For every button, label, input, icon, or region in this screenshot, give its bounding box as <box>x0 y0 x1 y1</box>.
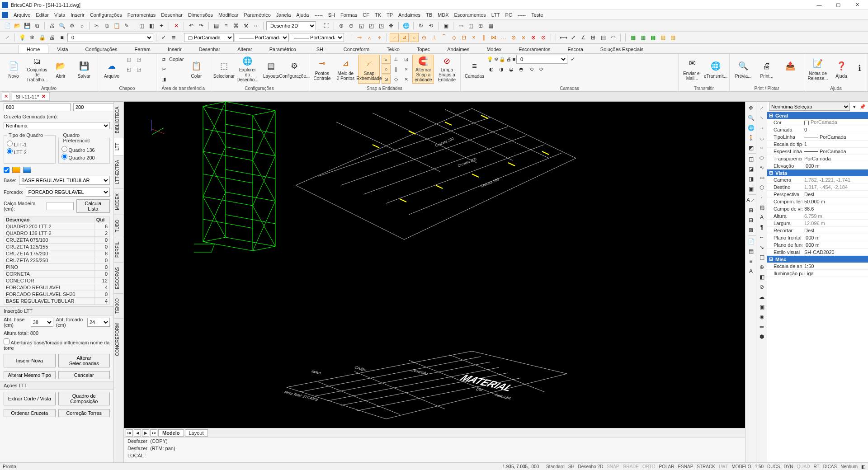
dim-ang-icon[interactable]: ∠ <box>579 33 588 42</box>
qat-print-icon[interactable]: 🖨 <box>47 21 57 30</box>
tab-modelo[interactable]: Modelo <box>158 429 184 437</box>
dim-align-icon[interactable]: ⤢ <box>569 33 578 42</box>
dim-base-icon[interactable]: ▤ <box>599 33 608 42</box>
btn-cancelar[interactable]: Cancelar <box>58 371 110 379</box>
chapoo-sm3-icon[interactable]: ◰ <box>124 65 133 74</box>
props-row[interactable]: RecortarDesl <box>767 227 868 234</box>
radio-ltt2[interactable]: LTT-2 <box>7 148 52 155</box>
qat-paste-icon[interactable]: 📋 <box>112 21 121 30</box>
draw-wipe-icon[interactable]: ⊘ <box>757 282 766 291</box>
status-orto[interactable]: ORTO <box>642 464 656 469</box>
qat-match-icon[interactable]: ✎ <box>122 21 131 30</box>
qat-cut-icon[interactable]: ✂ <box>92 21 101 30</box>
qat-refedit-icon[interactable]: ✦ <box>157 21 166 30</box>
lineweight-combo[interactable]: ——— PorCamada <box>290 33 344 42</box>
props-cat-vista[interactable]: ⊟Vista <box>767 169 868 176</box>
chapoo-sm4-icon[interactable]: ◲ <box>134 65 143 74</box>
ribbon-layers-button[interactable]: ≡Camadas <box>463 55 485 84</box>
layer-ok-icon[interactable]: ✓ <box>568 55 577 64</box>
ribbon-open-button[interactable]: 📂Abrir <box>50 55 71 84</box>
draw-mtext-icon[interactable]: ¶ <box>757 223 766 232</box>
table-row[interactable]: QUADRO 136 LTT-22 <box>4 230 110 237</box>
dim-lin-icon[interactable]: ⟷ <box>559 33 568 42</box>
regen-icon[interactable]: ↻ <box>416 21 425 30</box>
ribbon-tab-alterar[interactable]: Alterar <box>229 45 260 53</box>
menu-ltt[interactable]: LTT <box>489 11 503 19</box>
draw-3dp-icon[interactable]: ⬢ <box>757 332 766 341</box>
draw-rect-icon[interactable]: ▭ <box>757 173 766 182</box>
ribbon-layouts-button[interactable]: ▤Layouts <box>260 55 282 84</box>
draw-line-icon[interactable]: ⟋ <box>757 103 766 113</box>
vp-2-icon[interactable]: ◫ <box>466 21 475 30</box>
layer-iso-icon[interactable]: ⟋ <box>3 33 12 42</box>
ribbon-snap-toggle-button[interactable]: 🧲Alternar Snap a entidade <box>412 55 434 84</box>
table-row[interactable]: FORCADO REGULAVEL SH200 <box>4 291 110 298</box>
snap-sm8[interactable]: ◇ <box>392 75 401 84</box>
draw-sf-icon[interactable]: 📄 <box>746 237 755 246</box>
qat-explorer-icon[interactable]: ⌘ <box>231 21 241 30</box>
ribbon-tab-home[interactable]: Home <box>18 45 48 53</box>
qat-save-icon[interactable]: 💾 <box>23 21 32 30</box>
status-1-50[interactable]: 1:50 <box>755 464 764 469</box>
snap-sm2[interactable]: ⊥ <box>392 55 401 64</box>
draw-dim-icon[interactable]: ↔ <box>757 233 766 242</box>
close-button[interactable]: ✕ <box>848 0 866 9</box>
table-row[interactable]: BASE REGULAVEL TUBULAR4 <box>4 298 110 305</box>
ribbon-settings-button[interactable]: ⚙Configuraçõe... <box>283 55 305 84</box>
lyr-b-icon[interactable]: ◑ <box>497 65 506 74</box>
snap-quad-icon[interactable]: ◇ <box>449 33 458 42</box>
vis-hide-icon[interactable]: ◪ <box>746 164 755 174</box>
layer-print-icon[interactable]: 🖨 <box>47 33 57 42</box>
snap-par-icon[interactable]: ∥ <box>479 33 488 42</box>
side-tab-concreform[interactable]: CONCREFORM <box>114 318 123 361</box>
ribbon-tab-vista[interactable]: Vista <box>48 45 76 53</box>
command-area[interactable]: Desfazer: (COPY) Desfazer: (RTM: pan) LO… <box>124 437 745 462</box>
table-row[interactable]: CONECTOR12 <box>4 277 110 284</box>
radio-ltt1[interactable]: LTT-1 <box>7 141 52 147</box>
layout-first-icon[interactable]: ⏮ <box>126 429 133 437</box>
tab-layout[interactable]: Layout <box>185 429 208 437</box>
props-row[interactable]: Plano frontal.000 m <box>767 234 868 241</box>
menu-janela[interactable]: Janela <box>274 11 293 19</box>
ribbon-etransmit-button[interactable]: 🌐eTransmit... <box>705 55 726 84</box>
ribbon-save-button[interactable]: 💾Salvar <box>73 55 95 84</box>
snap-sm9[interactable]: ⨯ <box>401 75 410 84</box>
workspace-combo[interactable]: Desenho 2D <box>266 21 316 30</box>
menu-tk[interactable]: TK <box>372 11 384 19</box>
btn-extrair-corte[interactable]: Extrair Corte / Vista <box>4 392 56 405</box>
layer-state-icon[interactable]: 💡 <box>18 33 27 42</box>
qat-erase-icon[interactable]: ✕ <box>172 21 181 30</box>
snap-ins-icon[interactable]: ⊡ <box>459 33 468 42</box>
chapoo-sm1-icon[interactable]: ◫ <box>124 55 133 64</box>
pan-icon[interactable]: ✥ <box>387 21 396 30</box>
chapoo-sm2-icon[interactable]: ◳ <box>134 55 143 64</box>
sect4-icon[interactable]: ⊠ <box>746 226 755 235</box>
table-row[interactable]: CRUZETA 075/1000 <box>4 237 110 244</box>
snap-none-icon[interactable]: ⊘ <box>509 33 518 42</box>
status-dicas[interactable]: DICAS <box>823 464 837 469</box>
field-width[interactable] <box>4 103 71 111</box>
snap-int-icon[interactable]: ⨯ <box>519 33 528 42</box>
ribbon-tab-escora[interactable]: Escora <box>559 45 592 53</box>
btn-alterar-sel[interactable]: Alterar Selecionadas <box>58 354 110 367</box>
menu-editar[interactable]: Editar <box>33 11 52 19</box>
snap-near-icon[interactable]: ⌖ <box>375 33 384 42</box>
menu-ajuda[interactable]: Ajuda <box>293 11 311 19</box>
layout-last-icon[interactable]: ⏭ <box>150 429 157 437</box>
qat-preview-icon[interactable]: 🔍 <box>57 21 66 30</box>
status-polar[interactable]: POLAR <box>659 464 675 469</box>
layer-color-icon[interactable]: ■ <box>57 33 66 42</box>
status-lwt[interactable]: LWT <box>719 464 728 469</box>
table-row[interactable]: QUADRO 200 LTT-26 <box>4 223 110 230</box>
side-tab-modex[interactable]: MODEX <box>114 188 123 215</box>
qat-find-icon[interactable]: ⌕ <box>77 21 86 30</box>
ribbon-help-button[interactable]: ❓Ajuda <box>830 55 852 84</box>
vis-real-icon[interactable]: ▣ <box>746 184 755 193</box>
draw-circle-icon[interactable]: ○ <box>757 143 766 152</box>
dim-cont-icon[interactable]: ⊞ <box>589 33 598 42</box>
arr-p-icon[interactable]: ▨ <box>658 33 667 42</box>
props-row[interactable]: Estilo visualSH-CAD2020 <box>767 249 868 256</box>
vp-4-icon[interactable]: ▦ <box>486 21 495 30</box>
props-row[interactable]: Destino1.317, -.454, -2.184 <box>767 183 868 191</box>
snap-end-icon[interactable]: ⊸ <box>355 33 364 42</box>
